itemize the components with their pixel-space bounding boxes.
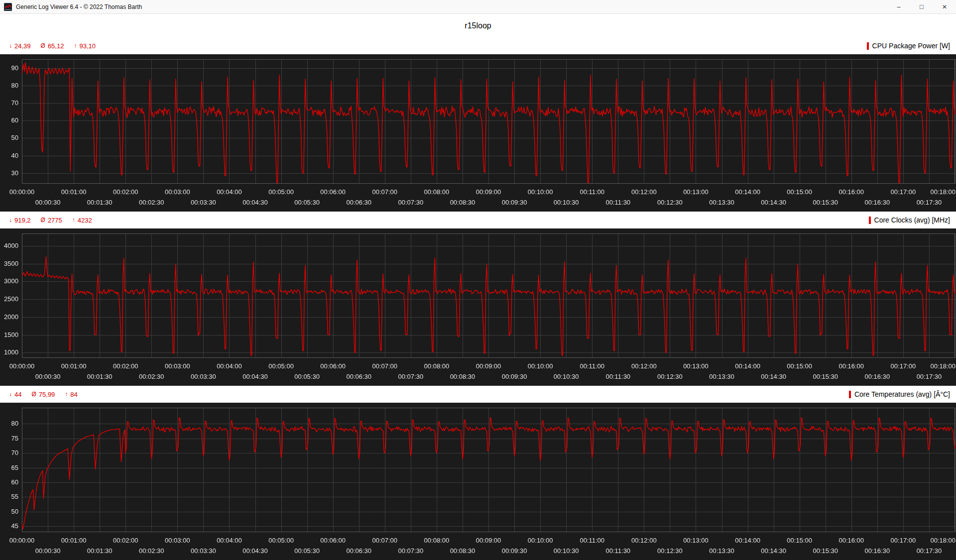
app-icon [4, 3, 12, 11]
window-controls: – □ ✕ [887, 0, 956, 13]
series-label: CPU Package Power [W] [872, 42, 950, 50]
avg-symbol-icon: Ø [31, 391, 36, 398]
avg-stat: Ø 65,12 [41, 42, 64, 50]
series-label: Core Clocks (avg) [MHz] [874, 216, 950, 224]
core-clocks-chart[interactable] [0, 228, 956, 386]
window-titlebar[interactable]: Generic Log Viewer 6.4 - © 2022 Thomas B… [0, 0, 956, 14]
stats-row: ↓ 24,39 Ø 65,12 ↑ 93,10 CPU Package Powe… [0, 37, 956, 54]
min-arrow-icon: ↓ [9, 217, 12, 224]
page-title: r15loop [0, 14, 956, 37]
maximize-button[interactable]: □ [910, 0, 933, 13]
max-value: 84 [70, 391, 77, 398]
cpu-package-power-chart[interactable] [0, 54, 956, 212]
min-arrow-icon: ↓ [9, 42, 12, 49]
stats-group: ↓ 919,2 Ø 2775 ↑ 4232 [9, 217, 92, 224]
max-arrow-icon: ↑ [72, 217, 75, 224]
series-label: Core Temperatures (avg) [Â°C] [854, 390, 950, 398]
stats-row: ↓ 919,2 Ø 2775 ↑ 4232 Core Clocks (avg) … [0, 212, 956, 228]
panel-cpu-package-power: ↓ 24,39 Ø 65,12 ↑ 93,10 CPU Package Powe… [0, 37, 956, 212]
avg-stat: Ø 2775 [41, 217, 62, 224]
max-value: 93,10 [79, 42, 96, 50]
stats-group: ↓ 24,39 Ø 65,12 ↑ 93,10 [9, 42, 96, 50]
panel-core-temperatures: ↓ 44 Ø 75,99 ↑ 84 Core Temperatures (avg… [0, 386, 956, 560]
min-value: 919,2 [14, 217, 31, 224]
avg-value: 65,12 [48, 42, 64, 50]
stats-group: ↓ 44 Ø 75,99 ↑ 84 [9, 391, 78, 398]
avg-value: 75,99 [39, 391, 55, 398]
max-arrow-icon: ↑ [65, 391, 68, 398]
series-legend: CPU Package Power [W] [867, 42, 950, 50]
avg-symbol-icon: Ø [41, 42, 45, 49]
max-stat: ↑ 93,10 [74, 42, 96, 50]
max-value: 4232 [78, 217, 92, 224]
min-value: 44 [14, 391, 21, 398]
min-arrow-icon: ↓ [9, 391, 12, 398]
max-stat: ↑ 4232 [72, 217, 92, 224]
series-legend: Core Temperatures (avg) [Â°C] [849, 390, 950, 398]
series-color-marker [869, 217, 871, 224]
max-arrow-icon: ↑ [74, 42, 77, 49]
min-stat: ↓ 919,2 [9, 217, 31, 224]
min-stat: ↓ 44 [9, 391, 21, 398]
avg-value: 2775 [48, 217, 62, 224]
series-color-marker [867, 42, 869, 50]
series-color-marker [849, 391, 851, 398]
window-title: Generic Log Viewer 6.4 - © 2022 Thomas B… [16, 3, 142, 10]
min-stat: ↓ 24,39 [9, 42, 31, 50]
avg-stat: Ø 75,99 [31, 391, 55, 398]
series-legend: Core Clocks (avg) [MHz] [869, 216, 950, 224]
stats-row: ↓ 44 Ø 75,99 ↑ 84 Core Temperatures (avg… [0, 386, 956, 403]
panel-core-clocks: ↓ 919,2 Ø 2775 ↑ 4232 Core Clocks (avg) … [0, 212, 956, 386]
close-button[interactable]: ✕ [933, 0, 956, 13]
core-temperatures-chart[interactable] [0, 403, 956, 560]
max-stat: ↑ 84 [65, 391, 77, 398]
avg-symbol-icon: Ø [41, 217, 45, 224]
min-value: 24,39 [14, 42, 31, 50]
minimize-button[interactable]: – [887, 0, 910, 13]
